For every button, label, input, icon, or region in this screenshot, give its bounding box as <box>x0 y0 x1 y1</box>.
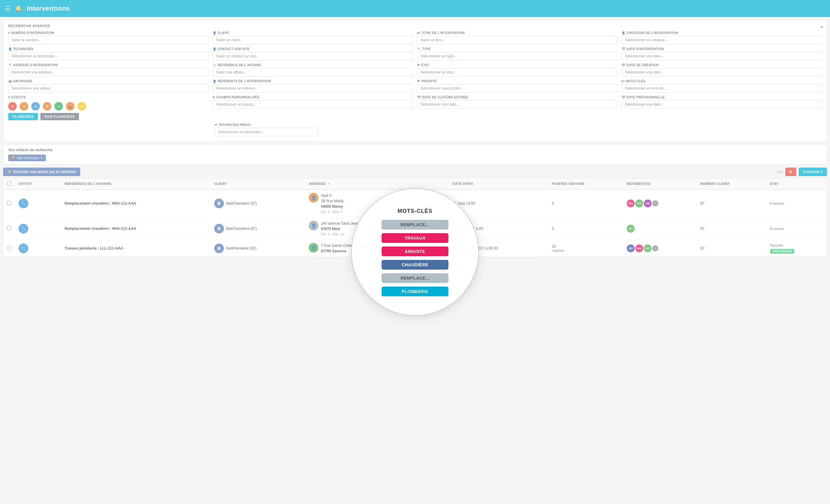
criteria-title: Vos critères de recherche <box>8 148 822 152</box>
page-title: Interventions <box>27 5 70 12</box>
row1-referents-cell: MS PG HB +1 <box>623 190 697 217</box>
criteria-section: Vos critères de recherche 📦 Non Archivée… <box>3 144 827 165</box>
adresse-sort-icon: ▾ <box>328 182 329 186</box>
status-dot-2[interactable]: ● <box>20 102 28 110</box>
popup-kw-amiante[interactable]: AMIANTE <box>382 246 448 256</box>
client-icon: 👤 <box>213 31 217 35</box>
archivage-input[interactable] <box>8 84 209 93</box>
type-input[interactable] <box>417 52 617 60</box>
affaire-input[interactable] <box>213 68 413 76</box>
imp-placeholder: Imp <box>777 170 783 174</box>
priorite-input[interactable] <box>417 84 617 93</box>
avatar-ms2: MS <box>635 244 643 252</box>
referents-input[interactable] <box>213 84 413 93</box>
etat-input[interactable] <box>417 68 617 76</box>
status-dot-4[interactable]: A <box>43 102 51 110</box>
row1-addr-icon: 👤 <box>309 193 318 203</box>
status-dot-6[interactable]: 🚗 <box>66 102 74 110</box>
adresse-input[interactable] <box>8 68 209 76</box>
priorite-icon: ⚑ <box>417 79 420 83</box>
row1-client-icon: 🏛 <box>214 199 224 208</box>
contact-site-input[interactable] <box>213 52 413 60</box>
row3-statut-cell: 🔧 <box>15 240 61 257</box>
columns-chevron-icon: ▾ <box>821 170 823 174</box>
row3-referents-cell: GR MS AC +1 <box>623 240 697 257</box>
status-dot-5[interactable]: ✓ <box>54 102 63 110</box>
popup-kw-remplace1[interactable]: REMPLACE... <box>382 220 448 230</box>
search-panel: RECHERCHE AVANCÉE ▾ # NUMÉRO D'INTERVENT… <box>3 20 827 141</box>
statuts-dots: ● ● ● A ✓ 🚗 ⚠ <box>8 102 209 110</box>
adresse-icon: 📍 <box>8 63 12 67</box>
col-num-client: NUMÉRO CLIENT <box>697 178 766 190</box>
field-archivage: 📦 ARCHIVAGE <box>8 79 209 93</box>
col-statut[interactable]: STATUT ↑ <box>15 178 61 190</box>
status-dot-3[interactable]: ● <box>31 102 40 110</box>
createur-input[interactable] <box>621 36 822 44</box>
date-prev-icon: 📅 <box>621 96 626 99</box>
row1-checkbox[interactable] <box>7 201 11 205</box>
criteria-tag-remove-button[interactable]: × <box>41 156 43 160</box>
col-reference: RÉFÉRENCE DE L'AFFAIRE <box>61 178 210 190</box>
client-input[interactable] <box>213 36 413 44</box>
non-planifiees-button[interactable]: NON PLANIFIÉES <box>40 113 79 120</box>
criteria-tag-non-archivees: 📦 Non Archivées × <box>8 155 46 161</box>
status-dot-1[interactable]: ● <box>8 102 17 110</box>
technicien-input[interactable] <box>8 52 209 60</box>
col-pointes: POINTES VENTION <box>548 178 623 190</box>
hamburger-icon[interactable]: ☰ <box>5 5 10 12</box>
statuts-label-text: STATUTS <box>11 96 26 99</box>
titre-input[interactable] <box>417 36 617 44</box>
num-intervention-input[interactable] <box>8 36 209 44</box>
field-champs-perso: ✏ CHAMPS PERSONNALISÉS <box>213 96 413 120</box>
row3-pointes-cell: 10 Urgente <box>548 240 623 257</box>
row3-checkbox[interactable] <box>7 246 11 250</box>
row1-etat-cell: À facturer <box>766 190 827 217</box>
field-priorite: ⚑ PRIORITÉ <box>417 79 617 93</box>
criteria-tags: 📦 Non Archivées × <box>8 155 822 161</box>
field-client: 👤 CLIENT <box>213 31 413 44</box>
champs-perso-input[interactable] <box>213 100 413 109</box>
row2-statut-icon: 🔧 <box>19 224 28 233</box>
criteria-tag-archive-icon: 📦 <box>11 156 15 160</box>
avatar-pg: PG <box>635 199 643 207</box>
columns-button[interactable]: Colonnes ▾ <box>799 168 827 176</box>
date-prev-input[interactable] <box>621 100 822 109</box>
row1-statut-icon: 🔧 <box>19 199 28 208</box>
status-dot-7[interactable]: ⚠ <box>77 102 86 110</box>
row3-kw-tag: DÉPANNAGE <box>770 249 794 254</box>
date-creation-input[interactable] <box>621 68 822 76</box>
field-technicien-prevu: ✏ TECHNICIEN PRÉVU <box>215 123 822 136</box>
row2-addr-icon: 👤 <box>309 221 318 230</box>
col-client: CLIENT <box>211 178 305 190</box>
bell-icon[interactable]: 🔔 <box>15 5 22 12</box>
row1-client-cell: 🏛 BatiChaudière (87) <box>211 190 305 217</box>
row3-num-client-cell: 62 <box>697 240 766 257</box>
technicien-prevu-input[interactable] <box>215 128 318 136</box>
field-mots-cles: 🏷 MOTS-CLÉS <box>621 79 822 93</box>
field-titre: 🏷 TITRE DE L'INTERVENTION <box>417 31 617 44</box>
row2-checkbox[interactable] <box>7 226 11 230</box>
select-all-checkbox[interactable] <box>7 181 11 186</box>
date-creation-icon: 📅 <box>621 63 626 67</box>
mots-cles-input[interactable] <box>621 84 822 93</box>
num-intervention-icon: # <box>8 31 10 35</box>
delete-button[interactable]: 🗑 <box>785 168 796 176</box>
row2-client-cell: 🏛 BatiChaudière (87) <box>211 217 305 240</box>
col-date: DATE D'INTI <box>449 178 548 190</box>
execute-action-button[interactable]: ⚡ Exécuter une action sur la sélection <box>3 168 80 176</box>
field-contact-site: 👤 CONTACT SUR SITE <box>213 47 413 60</box>
planifiees-button[interactable]: PLANIFIÉES <box>8 113 38 120</box>
avatar-more: +1 <box>652 200 658 206</box>
col-adresse[interactable]: ADRESSE ▾ <box>305 178 449 190</box>
date-intervention-input[interactable] <box>621 52 822 60</box>
col-etat[interactable]: ÉTAT ↓ <box>766 178 827 190</box>
titre-icon: 🏷 <box>417 31 420 35</box>
col-checkbox <box>3 178 15 190</box>
technicien-prevu-icon: ✏ <box>215 123 218 127</box>
row2-checkbox-cell <box>3 217 15 240</box>
popup-kw-travaux[interactable]: TRAVAUX <box>382 233 448 243</box>
lightning-icon: ⚡ <box>7 170 12 174</box>
date-cloture-input[interactable] <box>417 100 617 109</box>
collapse-icon[interactable]: ▾ <box>821 24 823 30</box>
row1-pointes-cell: 5 <box>548 190 623 217</box>
